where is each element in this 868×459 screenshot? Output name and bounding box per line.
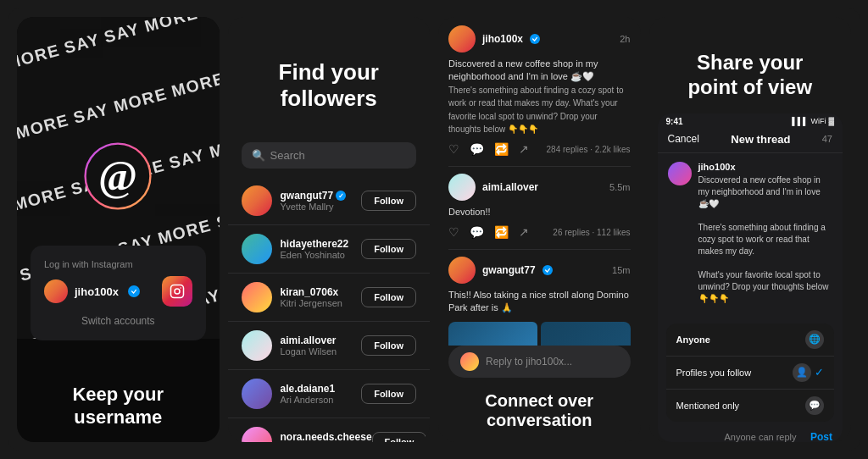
panel-1-heading: Keep yourusername: [31, 384, 206, 429]
follow-info: hidayethere22 Eden Yoshinato: [281, 238, 362, 260]
main-container: SAY MORE SAY MORE SAY MORE SAY MORE SAY …: [8, 8, 860, 451]
follow-button[interactable]: Follow: [372, 432, 427, 442]
follow-button[interactable]: Follow: [361, 239, 416, 259]
post-image: [541, 322, 630, 346]
list-item: nora.needs.cheese Myka Mercado Follow: [228, 418, 431, 442]
avatar: [668, 162, 692, 185]
audience-option-anyone[interactable]: Anyone 🌐: [666, 324, 835, 357]
repost-icon[interactable]: 🔁: [494, 142, 509, 156]
threads-logo: @: [84, 142, 152, 213]
login-label: Log in with Instagram: [44, 259, 192, 269]
audience-label: Mentioned only: [676, 401, 740, 411]
user-info: jiho100x: [44, 279, 140, 303]
avatar: [242, 185, 272, 216]
post-username: gwangut77: [482, 264, 536, 276]
follow-username: ale.daiane1: [281, 383, 362, 395]
audience-selector: Anyone 🌐 Profiles you follow 👤 ✓ Mention…: [666, 324, 835, 422]
svg-rect-2: [170, 285, 183, 298]
avatar: [242, 379, 272, 409]
avatar: [448, 174, 476, 201]
list-item: kiran_0706x Kitri Jergensen Follow: [228, 274, 431, 322]
panel-2-top: Find your followers: [228, 17, 431, 134]
switch-accounts[interactable]: Switch accounts: [44, 315, 192, 327]
post-text: Devotion!!: [448, 206, 631, 218]
panel-3-caption: Connect overconversation: [438, 384, 641, 442]
post-header: jiho100x 2h: [448, 25, 631, 53]
globe-icon: 🌐: [805, 330, 824, 349]
list-item: hidayethere22 Eden Yoshinato Follow: [228, 225, 431, 274]
list-item: gwangut77 ✓ Yvette Mallry Follow: [228, 177, 431, 225]
search-placeholder: Search: [270, 149, 305, 162]
divider: [448, 166, 631, 167]
char-count: 47: [822, 134, 832, 144]
post-card: gwangut77 15m This!! Also taking a nice …: [448, 257, 631, 346]
divider: [448, 249, 631, 250]
follow-username: aimi.allover: [281, 335, 362, 346]
post-time: 5.5m: [609, 182, 630, 192]
thread-title: New thread: [731, 133, 790, 146]
follow-list: gwangut77 ✓ Yvette Mallry Follow hidayet…: [228, 177, 431, 442]
compose-content[interactable]: Discovered a new coffee shop in my neigh…: [698, 174, 833, 305]
panel-find-followers: Find your followers 🔍 Search gwangut77 ✓…: [228, 17, 431, 442]
post-header: gwangut77 15m: [448, 257, 631, 284]
audience-label: Anyone: [676, 335, 710, 345]
panel-1-caption: Keep yourusername: [17, 373, 220, 442]
phone-frame: 9:41 ▌▌▌ WiFi ▓ Cancel New thread 47 jih…: [658, 113, 843, 442]
panel-share-view: Share yourpoint of view 9:41 ▌▌▌ WiFi ▓ …: [649, 17, 852, 442]
post-username: jiho100x: [482, 33, 523, 45]
post-header: aimi.allover 5.5m: [448, 174, 631, 201]
share-icon[interactable]: ↗: [519, 225, 529, 239]
panel-4-top: Share yourpoint of view: [649, 17, 852, 113]
avatar: [242, 234, 272, 264]
follow-button[interactable]: Follow: [361, 335, 416, 356]
comment-icon[interactable]: 💬: [470, 225, 484, 239]
follow-username: hidayethere22: [281, 238, 362, 250]
post-images: [448, 322, 631, 346]
svg-text:@: @: [98, 152, 137, 199]
post-time: 2h: [620, 34, 630, 44]
comment-icon[interactable]: 💬: [470, 142, 484, 156]
post-card: jiho100x 2h Discovered a new coffee shop…: [448, 25, 631, 156]
audience-option-following[interactable]: Profiles you follow 👤 ✓: [666, 357, 835, 390]
post-button[interactable]: Post: [810, 431, 832, 442]
conversation-feed: jiho100x 2h Discovered a new coffee shop…: [438, 17, 641, 346]
follow-realname: Kitri Jergensen: [281, 298, 362, 308]
search-bar[interactable]: 🔍 Search: [242, 142, 417, 169]
follow-username: nora.needs.cheese: [281, 431, 372, 442]
follow-button[interactable]: Follow: [361, 191, 416, 211]
instagram-icon: [162, 276, 192, 307]
like-icon[interactable]: ♡: [448, 142, 459, 156]
svg-point-3: [175, 289, 180, 294]
follow-info: gwangut77 ✓ Yvette Mallry: [281, 190, 362, 212]
audience-option-mentioned[interactable]: Mentioned only 💬: [666, 390, 835, 422]
search-icon: 🔍: [252, 149, 265, 162]
post-time: 15m: [612, 265, 630, 275]
like-icon[interactable]: ♡: [448, 225, 459, 239]
repost-icon[interactable]: 🔁: [494, 225, 509, 239]
compose-row: jiho100x Discovered a new coffee shop in…: [668, 162, 833, 305]
follow-username: kiran_0706x: [281, 286, 362, 298]
panel-3-heading: Connect overconversation: [452, 391, 627, 430]
follow-button[interactable]: Follow: [361, 287, 416, 307]
post-card: aimi.allover 5.5m Devotion!! ♡ 💬 🔁 ↗ 26 …: [448, 174, 631, 239]
follow-realname: Eden Yoshinato: [281, 250, 362, 260]
post-stats: 26 replies · 112 likes: [553, 228, 630, 237]
compose-username: jiho100x: [698, 162, 833, 172]
share-icon[interactable]: ↗: [519, 142, 529, 156]
follow-info: nora.needs.cheese Myka Mercado: [281, 431, 372, 442]
post-stats: 284 replies · 2.2k likes: [547, 145, 631, 154]
cancel-button[interactable]: Cancel: [668, 133, 699, 145]
follow-username: gwangut77 ✓: [281, 190, 362, 202]
svg-point-4: [180, 287, 181, 289]
panel-conversation: jiho100x 2h Discovered a new coffee shop…: [438, 17, 641, 442]
audience-label: Profiles you follow: [676, 368, 752, 378]
list-item: ale.daiane1 Ari Anderson Follow: [228, 370, 431, 418]
follow-info: aimi.allover Logan Wilsen: [281, 335, 362, 357]
reply-bar[interactable]: Reply to jiho100x...: [448, 346, 631, 378]
post-text: This!! Also taking a nice stroll along D…: [448, 289, 631, 315]
avatar: [242, 330, 272, 361]
follow-button[interactable]: Follow: [361, 384, 416, 404]
panel-2-heading: Find your followers: [245, 59, 414, 112]
avatar: [448, 257, 476, 284]
post-image: [448, 322, 537, 346]
